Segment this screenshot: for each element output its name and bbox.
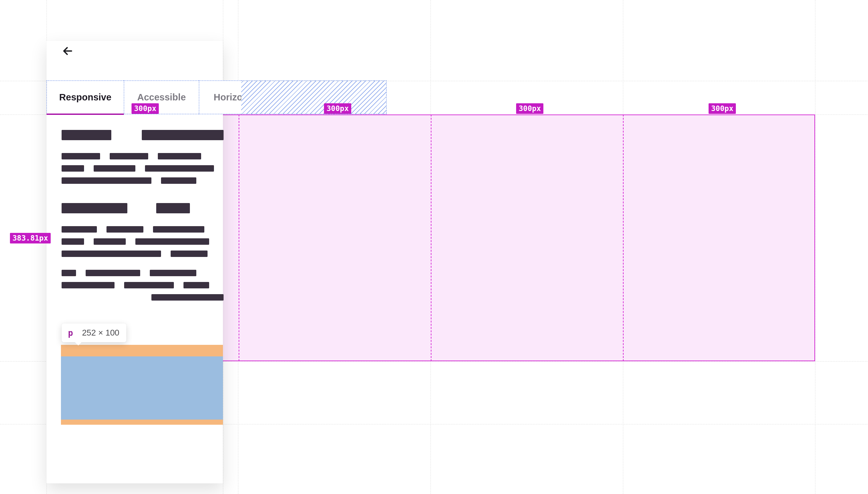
tab-label: Accessible — [137, 92, 186, 103]
back-arrow-icon[interactable] — [62, 45, 74, 59]
grid-column-separator — [431, 115, 431, 361]
redacted-text — [124, 282, 174, 288]
redacted-text — [151, 294, 224, 301]
redacted-text — [153, 226, 204, 232]
redacted-text — [158, 153, 201, 159]
column-width-badge: 300px — [516, 103, 543, 114]
redacted-heading — [62, 203, 127, 213]
box-model-margin — [61, 420, 223, 425]
tab-label: Horizontal — [214, 92, 241, 103]
column-width-badge: 300px — [324, 103, 351, 114]
redacted-text — [62, 226, 97, 232]
redacted-text — [161, 177, 196, 184]
grid-height-badge: 383.81px — [10, 233, 51, 244]
tooltip-tag: p — [68, 328, 73, 338]
content-section — [62, 203, 224, 301]
redacted-heading — [156, 203, 190, 213]
redacted-text — [62, 270, 76, 276]
redacted-text — [110, 153, 148, 159]
redacted-heading — [62, 130, 111, 140]
tab-label: Responsive — [59, 92, 112, 103]
redacted-text — [62, 282, 115, 288]
redacted-text — [85, 270, 140, 276]
redacted-text — [62, 153, 100, 159]
box-model-overlay — [61, 345, 223, 425]
redacted-text — [184, 282, 209, 288]
redacted-text — [62, 250, 161, 257]
grid-column-separator — [239, 115, 239, 361]
column-width-badge: 300px — [132, 103, 159, 114]
grid-column-separator — [623, 115, 623, 361]
redacted-text — [62, 165, 84, 172]
redacted-text — [145, 165, 214, 172]
redacted-text — [62, 238, 84, 245]
redacted-heading — [142, 130, 224, 140]
device-header — [46, 41, 223, 63]
box-model-margin — [61, 345, 223, 356]
tooltip-dimensions: 252 × 100 — [82, 328, 119, 338]
column-width-badge: 300px — [709, 103, 736, 114]
redacted-text — [62, 177, 151, 184]
redacted-text — [171, 250, 208, 257]
tab-active-underline — [46, 114, 124, 115]
column-content — [62, 130, 224, 301]
box-model-content — [61, 356, 223, 420]
redacted-text — [150, 270, 196, 276]
tab-responsive[interactable]: Responsive — [46, 80, 124, 114]
redacted-text — [94, 165, 135, 172]
guide-vertical — [815, 0, 815, 494]
redacted-text — [107, 226, 143, 232]
redacted-text — [94, 238, 126, 245]
element-tooltip: p 252 × 100 — [62, 323, 127, 342]
content-section — [62, 130, 224, 184]
redacted-text — [135, 238, 209, 245]
tab-horizontal[interactable]: Horizontal — [199, 80, 241, 114]
